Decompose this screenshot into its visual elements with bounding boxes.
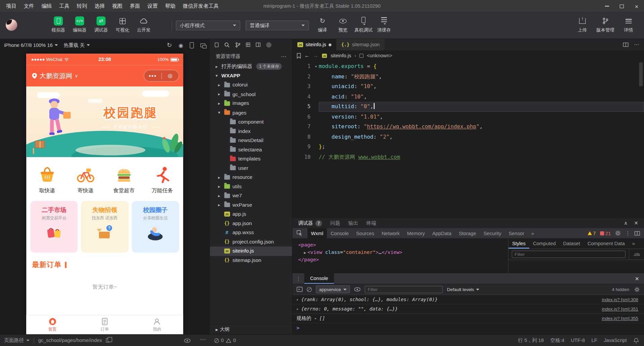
- grid-item-send-express[interactable]: 寄快递: [66, 165, 105, 194]
- code-line[interactable]: design_method: "2",: [319, 132, 644, 142]
- indent-setting[interactable]: 空格:4: [550, 337, 565, 344]
- wxml-node[interactable]: ▶<view class="container">…</view>: [298, 249, 502, 257]
- grid-item-canteen-market[interactable]: 食堂超市: [105, 165, 143, 194]
- new-file-icon[interactable]: [215, 43, 218, 47]
- debugger-tab-终端[interactable]: 终端: [366, 220, 376, 227]
- debugger-tab-调试器[interactable]: 调试器7: [298, 220, 322, 227]
- menu-item-转到[interactable]: 转到: [73, 0, 91, 12]
- minimize-button[interactable]: [600, 0, 614, 12]
- console-tab[interactable]: Console: [304, 273, 334, 284]
- source-link[interactable]: index.js? [sm]:355: [602, 316, 638, 321]
- debugger-tab-问题[interactable]: 问题: [330, 220, 340, 227]
- more-actions-icon[interactable]: ⋯: [634, 42, 639, 48]
- grid-view-icon[interactable]: [246, 43, 250, 47]
- tree-item-resource[interactable]: ▸resource: [210, 173, 292, 182]
- breadcrumb-file[interactable]: siteinfo.js: [331, 53, 351, 58]
- console-log-row[interactable]: 规格的▸[]index.js? [sm]:355: [292, 314, 644, 323]
- source-link[interactable]: index.js? [sm]:351: [602, 306, 638, 312]
- menu-item-视图[interactable]: 视图: [108, 0, 126, 12]
- device-frame-icon[interactable]: [190, 42, 194, 48]
- tree-item-app.json[interactable]: {}app.json: [210, 219, 292, 228]
- inspect-element-icon[interactable]: [292, 228, 307, 238]
- menu-item-微信开发者工具[interactable]: 微信开发者工具: [179, 0, 222, 12]
- project-root-row[interactable]: ▾ WXAPP: [210, 71, 292, 80]
- record-icon[interactable]: ◉: [178, 42, 183, 48]
- device-debug-button[interactable]: 真机调试: [353, 12, 374, 33]
- console-log-row[interactable]: ▸{errno: 0, message: "", data: {…}}index…: [292, 304, 644, 314]
- code-line[interactable]: module.exports = {: [319, 62, 644, 72]
- tree-item-app.js[interactable]: JSapp.js: [210, 210, 292, 219]
- kebab-menu-icon[interactable]: ⋮: [625, 230, 631, 236]
- more-tabs-icon[interactable]: »: [629, 239, 639, 249]
- card-campus-circle[interactable]: 校园圈子 分享校园生活: [132, 201, 179, 253]
- cloud-sync-icon[interactable]: [266, 42, 271, 48]
- tree-item-templates[interactable]: templates: [210, 154, 292, 163]
- wxml-tree[interactable]: <page>▶<view class="container">…</view><…: [292, 239, 508, 273]
- tree-item-project.config.json[interactable]: {}project.config.json: [210, 237, 292, 247]
- tree-item-pages[interactable]: ▾pages: [210, 108, 292, 118]
- tree-item-wxParse[interactable]: ▸wxParse: [210, 200, 292, 210]
- devtools-tab-Sensor[interactable]: Sensor: [505, 228, 528, 238]
- styles-tab-Dataset[interactable]: Dataset: [559, 239, 584, 249]
- open-editors-row[interactable]: ▸ 打开的编辑器 1 个未保存: [210, 62, 292, 71]
- clear-console-icon[interactable]: [307, 287, 312, 292]
- tree-item-sitemap.json[interactable]: {}sitemap.json: [210, 256, 292, 265]
- gear-icon[interactable]: [615, 230, 621, 236]
- bell-icon[interactable]: [633, 337, 639, 343]
- devtools-tab-AppData[interactable]: AppData: [429, 228, 455, 238]
- expand-chevron-icon[interactable]: ▸: [315, 316, 317, 320]
- code-line[interactable]: };: [319, 142, 644, 152]
- cloud-dev-button[interactable]: 云开发: [133, 12, 155, 33]
- outline-section[interactable]: ▸ 大纲: [210, 325, 292, 334]
- eye-icon[interactable]: [184, 338, 191, 343]
- device-select[interactable]: iPhone 6/7/8 100% 16: [4, 42, 58, 48]
- devtools-tab-Security[interactable]: Security: [480, 228, 505, 238]
- card-secondhand-market[interactable]: 二手市场 闲置交易平台: [31, 201, 78, 253]
- wxml-node[interactable]: </page>: [298, 256, 502, 263]
- menu-item-项目[interactable]: 项目: [2, 0, 20, 12]
- menu-item-文件[interactable]: 文件: [20, 0, 38, 12]
- eye-icon[interactable]: [354, 287, 361, 291]
- maximize-button[interactable]: [614, 0, 629, 12]
- source-link[interactable]: index.js? [sm]:308: [602, 297, 638, 302]
- tab-home[interactable]: 首页: [26, 316, 78, 334]
- code-editor[interactable]: 1▾2345678910 module.exports = { name: "校…: [292, 61, 644, 218]
- code-line[interactable]: uniacid: "10",: [319, 82, 644, 92]
- cursor-position[interactable]: 行 5，列 18: [518, 337, 544, 344]
- details-button[interactable]: 详情: [617, 12, 640, 33]
- editor-scrollbar[interactable]: [639, 62, 643, 86]
- tree-item-gc_school[interactable]: ▸gc_school: [210, 90, 292, 99]
- menu-item-设置[interactable]: 设置: [144, 0, 162, 12]
- styles-tab-Component Data[interactable]: Component Data: [584, 239, 629, 249]
- tree-item-selectarea[interactable]: selectarea: [210, 145, 292, 154]
- error-count[interactable]: 21: [600, 230, 611, 236]
- simulator-button[interactable]: 模拟器: [48, 12, 69, 33]
- language-mode[interactable]: JavaScript: [604, 338, 627, 343]
- tree-item-app.wxss[interactable]: #app.wxss: [210, 228, 292, 237]
- menu-item-界面[interactable]: 界面: [126, 0, 144, 12]
- menu-item-选择[interactable]: 选择: [91, 0, 109, 12]
- bookmark-icon[interactable]: [297, 53, 301, 58]
- tree-item-we7[interactable]: ▸we7: [210, 191, 292, 201]
- encoding[interactable]: UTF-8: [571, 338, 585, 343]
- toggle-class-button[interactable]: .cls: [629, 249, 644, 260]
- page-path-label[interactable]: 页面路径: [4, 337, 24, 344]
- collapse-icon[interactable]: ∧: [624, 220, 628, 226]
- source-control-icon[interactable]: [235, 42, 240, 48]
- grid-item-universal-task[interactable]: 万能任务: [143, 165, 181, 194]
- menu-item-帮助[interactable]: 帮助: [161, 0, 179, 12]
- context-select[interactable]: appservice: [316, 285, 350, 293]
- refresh-icon[interactable]: ↻: [167, 42, 172, 49]
- console-log-row[interactable]: ▸{rank: Array(0), school: {…}, modules: …: [292, 295, 644, 304]
- back-icon[interactable]: ←: [304, 53, 310, 59]
- tab-me[interactable]: 我的: [131, 316, 183, 334]
- styles-tab-Computed[interactable]: Computed: [529, 239, 559, 249]
- close-button[interactable]: ×: [629, 0, 644, 12]
- copy-icon[interactable]: [106, 338, 110, 342]
- clear-cache-button[interactable]: 清缓存: [374, 12, 394, 33]
- tree-item-images[interactable]: ▸images: [210, 99, 292, 108]
- more-menu-button[interactable]: ●●●: [144, 74, 161, 78]
- more-actions-icon[interactable]: ⋯: [200, 336, 206, 343]
- close-icon[interactable]: ✕: [634, 220, 638, 226]
- tree-item-user[interactable]: user: [210, 163, 292, 173]
